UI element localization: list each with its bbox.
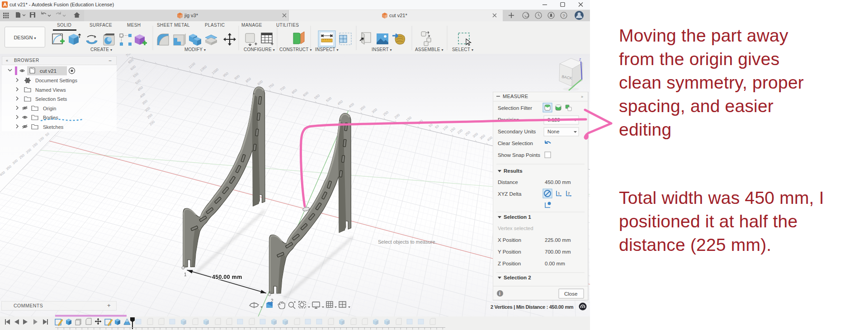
svg-text:450.00 mm: 450.00 mm — [212, 274, 242, 280]
svg-text:X Position: X Position — [498, 237, 521, 243]
svg-text:None: None — [547, 129, 559, 134]
svg-text:Z Position: Z Position — [498, 261, 521, 266]
svg-text:Selection 2: Selection 2 — [504, 275, 531, 280]
svg-text:Origin: Origin — [43, 106, 56, 111]
svg-text:0.123: 0.123 — [547, 117, 560, 123]
svg-text:MEASURE: MEASURE — [503, 94, 528, 99]
svg-text:Selection Sets: Selection Sets — [35, 96, 67, 102]
svg-text:i: i — [499, 291, 500, 296]
svg-text:cut v21*: cut v21* — [389, 13, 407, 18]
svg-text:700.00 mm: 700.00 mm — [545, 249, 571, 255]
svg-text:Precision: Precision — [498, 117, 519, 123]
svg-text:Document Settings: Document Settings — [35, 78, 77, 83]
svg-text:1: 1 — [558, 191, 560, 195]
svg-text:450.00 mm: 450.00 mm — [545, 179, 571, 185]
svg-text:Z: Z — [579, 58, 581, 61]
svg-text:Distance: Distance — [498, 179, 518, 185]
svg-text:Vertex selected: Vertex selected — [498, 226, 533, 231]
svg-text:Secondary Units: Secondary Units — [498, 129, 536, 134]
svg-text:225.00 mm: 225.00 mm — [545, 237, 571, 243]
svg-text:?: ? — [563, 14, 565, 18]
svg-text:Selection 1: Selection 1 — [504, 214, 531, 220]
svg-text:»: » — [581, 94, 583, 99]
svg-text:0.00 mm: 0.00 mm — [545, 261, 565, 266]
svg-text:cut v21: cut v21 — [40, 68, 57, 74]
svg-text:Show Snap Points: Show Snap Points — [498, 152, 540, 158]
svg-text:Results: Results — [504, 168, 523, 174]
svg-text:Bodies: Bodies — [43, 115, 58, 120]
svg-text:Sketches: Sketches — [43, 124, 64, 130]
svg-text:Close: Close — [564, 291, 577, 297]
svg-text:Selection Filter: Selection Filter — [498, 105, 532, 111]
svg-text:Y Position: Y Position — [498, 249, 521, 255]
svg-text:XYZ Delta: XYZ Delta — [498, 191, 522, 197]
svg-text:jig v3*: jig v3* — [184, 13, 198, 18]
svg-text:Clear Selection: Clear Selection — [498, 141, 533, 146]
svg-text:1: 1 — [184, 272, 187, 277]
svg-text:2: 2 — [568, 191, 570, 195]
svg-text:Named Views: Named Views — [35, 87, 66, 93]
